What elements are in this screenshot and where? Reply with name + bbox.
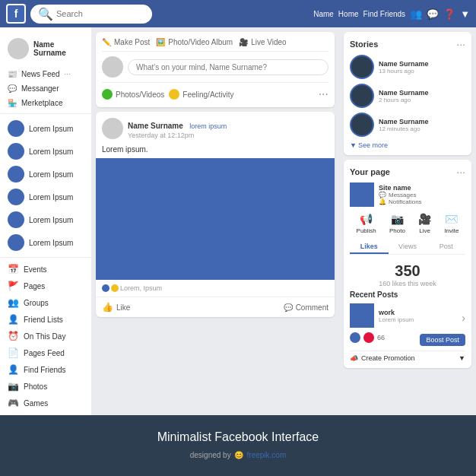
post-header: Name Surname lorem ipsum Yesterday at 12… xyxy=(96,112,335,145)
sidebar-item-photos[interactable]: 📷 Photos xyxy=(0,378,91,395)
freepik-link[interactable]: freepik.com xyxy=(247,451,287,459)
events-label: Events xyxy=(24,265,47,274)
right-sidebar: Stories ··· Name Surname 13 hours ago Na… xyxy=(339,27,476,415)
freepik-icon: 😊 xyxy=(234,451,243,459)
comment-button[interactable]: 💬 Comment xyxy=(284,303,328,312)
likes-label: 160 likes this week xyxy=(350,280,465,287)
boost-row: 66 Boost Post xyxy=(350,332,465,347)
site-name: Site name xyxy=(379,184,422,192)
games-label: Games xyxy=(24,399,48,408)
contact-3[interactable]: Lorem Ipsum xyxy=(0,163,91,186)
story-avatar-1 xyxy=(350,55,374,79)
sidebar-item-messenger[interactable]: 💬 Messanger xyxy=(0,81,91,96)
nav-home-link[interactable]: Home xyxy=(338,10,359,18)
nav-name-link[interactable]: Name xyxy=(313,10,334,18)
story-info-3: Name Surname 12 minutes ago xyxy=(379,118,429,132)
create-promotion[interactable]: 📣 Create Promotion ▼ xyxy=(350,351,465,362)
tab-likes[interactable]: Likes xyxy=(350,240,389,254)
more-options-dots[interactable]: ··· xyxy=(319,87,328,101)
feeling-btn[interactable]: Feeling/Activity xyxy=(169,89,233,100)
left-sidebar: Name Surname 📰 News Feed ··· 💬 Messanger… xyxy=(0,27,91,415)
live-video-btn[interactable]: 🎥 Live Video xyxy=(239,38,287,46)
contact-1[interactable]: Lorem Ipsum xyxy=(0,117,91,140)
photos-videos-btn[interactable]: Photos/Videos xyxy=(102,89,164,100)
sidebar-item-marketplace[interactable]: 🏪 Merketplace xyxy=(0,96,91,110)
like-reaction-dot xyxy=(102,284,109,292)
sidebar-item-seemore[interactable]: ▼ See more... xyxy=(0,411,91,415)
stories-more-icon[interactable]: ··· xyxy=(456,38,465,50)
nav-settings-icon[interactable]: ▼ xyxy=(460,8,470,20)
page-messages[interactable]: 💬 Messages xyxy=(379,192,422,198)
tab-post[interactable]: Post xyxy=(427,240,465,254)
pages-icon: 🚩 xyxy=(8,281,19,291)
page-notifications[interactable]: 🔔 Notifications xyxy=(379,198,422,205)
nav-right: Name Home Find Friends 👥 💬 ❓ ▼ xyxy=(313,8,470,20)
contact-6[interactable]: Lorem Ipsum xyxy=(0,231,91,254)
banner-title: Minimalist Facebook Interface xyxy=(157,430,319,444)
main-container: Name Surname 📰 News Feed ··· 💬 Messanger… xyxy=(0,27,476,415)
sidebar-item-newsfeed[interactable]: 📰 News Feed ··· xyxy=(0,67,91,81)
sidebar-item-groups[interactable]: 👥 Groups xyxy=(0,294,91,311)
contact-2[interactable]: Lorem Ipsum xyxy=(0,140,91,163)
photos-label: Photos xyxy=(24,382,47,391)
messages-label: Messages xyxy=(389,192,416,198)
promo-dropdown-icon[interactable]: ▼ xyxy=(459,354,465,362)
photo-btn-label: Photo xyxy=(389,227,405,234)
post-input[interactable] xyxy=(128,59,328,75)
sidebar-item-pages[interactable]: 🚩 Pages xyxy=(0,278,91,294)
post-author-info: Name Surname lorem ipsum Yesterday at 12… xyxy=(128,118,227,139)
sidebar-item-findfriends[interactable]: 👤 Find Friends xyxy=(0,361,91,378)
friendlists-label: Friend Lists xyxy=(24,316,63,324)
thumbsup-icon: 👍 xyxy=(102,302,113,313)
recent-posts-row: work Lorem ipsum › xyxy=(350,303,465,332)
photo-video-btn[interactable]: 🖼️ Photo/Video Album xyxy=(156,38,233,46)
newsfeed-label: News Feed xyxy=(21,70,60,78)
search-input[interactable] xyxy=(56,9,148,18)
nav-findfriends-link[interactable]: Find Friends xyxy=(363,10,406,18)
like-label: Like xyxy=(116,303,130,312)
see-more-link[interactable]: ▼ See more xyxy=(350,141,465,149)
user-profile[interactable]: Name Surname xyxy=(0,33,91,64)
invite-icon: ✉️ xyxy=(445,213,458,225)
sidebar-item-pagesfeed[interactable]: 📄 Pages Feed xyxy=(0,344,91,361)
photo-button[interactable]: 📷 Photo xyxy=(389,213,405,234)
page-actions: 📢 Publish 📷 Photo 🎥 Live ✉️ Invite xyxy=(350,213,465,234)
invite-label: Invite xyxy=(444,227,459,234)
page-header: Site name 💬 Messages 🔔 Notifications xyxy=(350,182,465,207)
nav-left: f 🔍 xyxy=(6,4,152,24)
publish-button[interactable]: 📢 Publish xyxy=(357,213,376,234)
photos-videos-icon xyxy=(102,89,113,100)
story-avatar-2 xyxy=(350,84,374,108)
onthisday-icon: ⏰ xyxy=(8,331,19,341)
chevron-right-icon[interactable]: › xyxy=(462,312,465,324)
photos-videos-label: Photos/Videos xyxy=(116,90,164,99)
nav-help-icon[interactable]: ❓ xyxy=(443,8,455,20)
events-icon: 📅 xyxy=(8,264,19,274)
feed-post: Name Surname lorem ipsum Yesterday at 12… xyxy=(96,112,335,317)
nav-message-icon[interactable]: 💬 xyxy=(427,8,439,20)
nav-people-icon[interactable]: 👥 xyxy=(410,8,422,20)
sidebar-item-events[interactable]: 📅 Events xyxy=(0,261,91,278)
friendlists-icon: 👤 xyxy=(8,314,19,325)
live-button[interactable]: 🎥 Live xyxy=(418,213,431,234)
make-post-btn[interactable]: ✏️ Make Post xyxy=(102,38,150,46)
tab-views[interactable]: Views xyxy=(389,240,427,254)
boost-post-button[interactable]: Boost Post xyxy=(420,334,465,346)
sidebar-item-onthisday[interactable]: ⏰ On This Day xyxy=(0,328,91,344)
search-bar[interactable]: 🔍 xyxy=(30,5,152,24)
like-button[interactable]: 👍 Like xyxy=(102,302,130,313)
tabs-row: Likes Views Post xyxy=(350,240,465,255)
see-more-label: See more xyxy=(358,141,388,149)
newsfeed-icon: 📰 xyxy=(8,70,17,78)
newsfeed-dots: ··· xyxy=(65,70,71,78)
yourpage-more-icon[interactable]: ··· xyxy=(456,166,465,178)
sidebar-item-friendlists[interactable]: 👤 Friend Lists xyxy=(0,311,91,328)
contact-4[interactable]: Lorem Ipsum xyxy=(0,186,91,208)
likes-number: 350 xyxy=(350,262,465,280)
live-btn-icon: 🎥 xyxy=(418,213,431,225)
sidebar-item-games[interactable]: 🎮 Games xyxy=(0,395,91,411)
invite-button[interactable]: ✉️ Invite xyxy=(444,213,459,234)
contact-5[interactable]: Lorem Ipsum xyxy=(0,208,91,231)
story-time-1: 13 hours ago xyxy=(379,68,429,75)
contact-label-6: Lorem Ipsum xyxy=(29,239,73,247)
